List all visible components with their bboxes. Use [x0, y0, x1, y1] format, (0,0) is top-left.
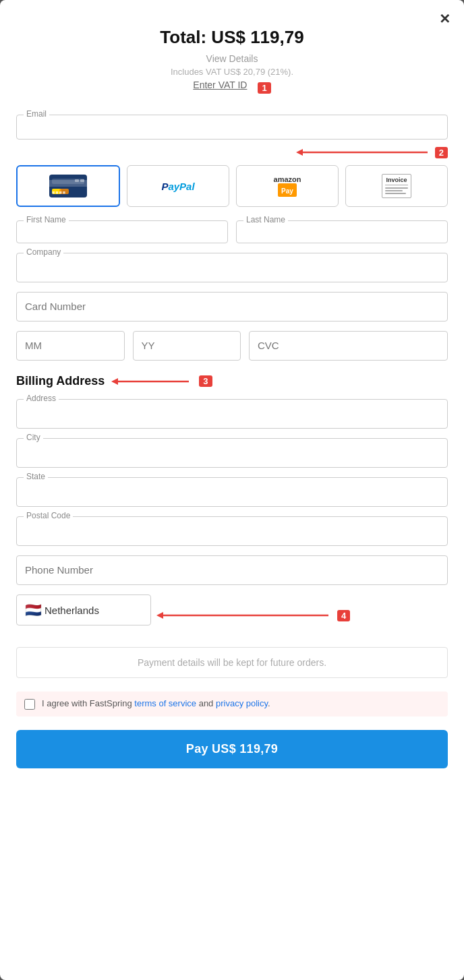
invoice-title-text: Invoice	[385, 177, 408, 185]
annotation-badge-3: 3	[199, 375, 212, 387]
svg-marker-7	[156, 612, 163, 619]
svg-marker-5	[111, 378, 118, 385]
card-number-field	[16, 292, 448, 321]
last-name-input[interactable]: Testovets	[245, 226, 439, 238]
card-number-input[interactable]	[25, 301, 439, 312]
month-input[interactable]	[25, 340, 116, 351]
month-field	[16, 331, 125, 361]
year-field	[133, 331, 241, 361]
credit-card-icon	[49, 175, 87, 197]
arrow-3-icon	[111, 375, 192, 388]
view-details-link[interactable]: View Details	[16, 53, 448, 64]
annotation-badge-1: 1	[258, 82, 270, 94]
terms-of-service-link[interactable]: terms of service	[134, 698, 196, 708]
netherlands-flag-icon: 🇳🇱	[25, 602, 42, 618]
state-field: State Testland	[16, 477, 448, 507]
terms-row: I agree with FastSpring terms of service…	[16, 692, 448, 716]
total-amount: Total: US$ 119,79	[16, 27, 448, 48]
credit-card-button[interactable]	[16, 165, 120, 207]
year-input[interactable]	[142, 340, 233, 351]
address-field: Address Test street 1, office 1b	[16, 399, 448, 429]
address-label: Address	[24, 394, 59, 403]
billing-address-title: Billing Address	[16, 374, 105, 388]
terms-checkbox[interactable]	[24, 699, 35, 710]
svg-marker-3	[296, 149, 303, 156]
last-name-label: Last Name	[243, 215, 288, 224]
paypal-logo: PayPal	[161, 181, 194, 192]
terms-and: and	[196, 698, 216, 708]
vat-annotation-row: Enter VAT ID 1	[16, 80, 448, 96]
amazon-pay-button[interactable]: amazon Pay	[236, 165, 339, 207]
city-field: City New Testis	[16, 438, 448, 468]
phone-field	[16, 555, 448, 585]
address-input[interactable]: Test street 1, office 1b	[25, 408, 439, 419]
cvc-input[interactable]	[258, 340, 439, 351]
terms-prefix: I agree with FastSpring	[42, 698, 134, 708]
card-expiry-row	[16, 331, 448, 361]
vat-text: Includes VAT US$ 20,79 (21%).	[16, 67, 448, 77]
first-name-input[interactable]: Test	[25, 226, 219, 238]
postal-input[interactable]: 1111111	[25, 525, 439, 537]
city-input[interactable]: New Testis	[25, 447, 439, 458]
email-field-container: Email accounting@testmail.com 2	[16, 115, 448, 158]
close-button[interactable]: ✕	[439, 11, 451, 27]
first-name-field: First Name Test	[16, 220, 228, 243]
state-label: State	[24, 472, 48, 481]
email-label: Email	[24, 109, 49, 119]
pay-button[interactable]: Pay US$ 119,79	[16, 730, 448, 768]
cvc-field	[249, 331, 448, 361]
arrow-2-icon	[296, 146, 431, 158]
payment-modal: ✕ Total: US$ 119,79 View Details Include…	[0, 0, 464, 980]
terms-dot: .	[268, 698, 270, 708]
invoice-lines	[385, 187, 408, 194]
total-section: Total: US$ 119,79 View Details Includes …	[16, 13, 448, 106]
city-label: City	[24, 433, 43, 442]
last-name-field: Last Name Testovets	[236, 220, 448, 243]
email-input[interactable]: accounting@testmail.com	[25, 121, 439, 135]
country-annotation-row: 🇳🇱 Netherlands 4	[16, 594, 448, 636]
phone-input[interactable]	[25, 564, 439, 576]
payment-note: Payment details will be kept for future …	[16, 647, 448, 678]
company-field: Company Test	[16, 253, 448, 282]
amazon-pay-logo: amazon Pay	[274, 175, 301, 197]
paypal-button[interactable]: PayPal	[127, 165, 229, 207]
first-name-label: First Name	[24, 215, 69, 224]
invoice-icon: Invoice	[382, 174, 411, 198]
postal-label: Postal Code	[24, 511, 73, 520]
country-name-text: Netherlands	[45, 605, 99, 616]
postal-field: Postal Code 1111111	[16, 516, 448, 546]
terms-text: I agree with FastSpring terms of service…	[42, 698, 270, 708]
country-selector[interactable]: 🇳🇱 Netherlands	[16, 594, 151, 625]
annotation-badge-4: 4	[337, 610, 350, 621]
payment-methods-row: PayPal amazon Pay Invoice	[16, 165, 448, 207]
paypal-text2: ayPal	[168, 181, 194, 192]
billing-address-header: Billing Address 3	[16, 374, 448, 388]
company-input[interactable]: Test	[25, 262, 439, 273]
paypal-text: P	[161, 181, 168, 192]
email-annotation-row: 2	[16, 146, 448, 158]
pay-text: Pay	[281, 187, 293, 195]
arrow-4-icon	[156, 609, 332, 621]
state-input[interactable]: Testland	[25, 486, 439, 497]
annotation-badge-2: 2	[435, 147, 448, 158]
enter-vat-link[interactable]: Enter VAT ID	[193, 80, 247, 90]
amazon-text: amazon	[274, 175, 301, 183]
name-row: First Name Test Last Name Testovets	[16, 220, 448, 243]
email-field-wrap: Email accounting@testmail.com	[16, 115, 448, 140]
privacy-policy-link[interactable]: privacy policy	[216, 698, 268, 708]
invoice-button[interactable]: Invoice	[345, 165, 448, 207]
company-label: Company	[24, 247, 63, 257]
